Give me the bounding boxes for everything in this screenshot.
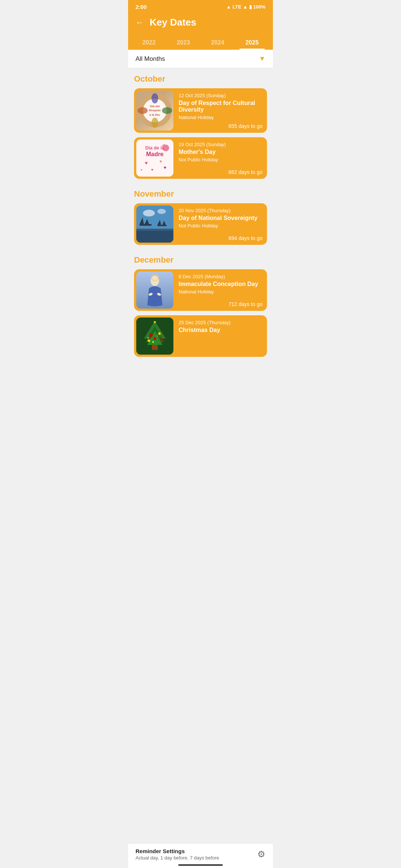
svg-point-44 bbox=[148, 339, 150, 342]
holiday-card[interactable]: 8 Dec 2025 (Monday) Immaculate Conceptio… bbox=[134, 269, 267, 311]
svg-point-8 bbox=[151, 118, 158, 128]
svg-text:★: ★ bbox=[153, 320, 157, 324]
page-title: Key Dates bbox=[150, 17, 196, 28]
card-name: Day of Respect for Cultural Diversity bbox=[179, 100, 263, 113]
card-date: 19 Oct 2025 (Sunday) bbox=[179, 142, 263, 147]
time: 2:00 bbox=[136, 4, 147, 10]
svg-text:Respeto: Respeto bbox=[149, 109, 160, 112]
card-date: 12 Oct 2025 (Sunday) bbox=[179, 93, 263, 98]
month-title-december: December bbox=[134, 255, 267, 265]
back-button[interactable]: ← bbox=[136, 18, 144, 27]
holiday-card[interactable]: Día de la Madre ♥ ♥ ♥ ♥ ♥ 19 Oct 2025 (S… bbox=[134, 137, 267, 179]
card-name: Immaculate Conception Day bbox=[179, 281, 263, 287]
status-icons: ▲ LTE ▲ ▮ 100% bbox=[226, 4, 265, 10]
card-days: 712 days to go bbox=[179, 301, 263, 307]
holiday-card[interactable]: ★ 25 Dec 2025 (Thursday) Christmas Day bbox=[134, 315, 267, 357]
holiday-card[interactable]: 20 Nov 2025 (Thursday) Day of National S… bbox=[134, 203, 267, 245]
card-name: Day of National Sovereignty bbox=[179, 215, 263, 221]
tab-2024[interactable]: 2024 bbox=[205, 36, 230, 50]
card-content: 25 Dec 2025 (Thursday) Christmas Day bbox=[176, 315, 267, 357]
svg-text:Día de la: Día de la bbox=[145, 145, 164, 151]
tab-2025[interactable]: 2025 bbox=[239, 36, 265, 50]
svg-point-49 bbox=[152, 341, 154, 343]
svg-rect-25 bbox=[157, 225, 167, 226]
month-title-october: October bbox=[134, 74, 267, 84]
tab-2023[interactable]: 2023 bbox=[171, 36, 196, 50]
holiday-card[interactable]: Día del Respeto a la Div. 12 Oct 2025 (S… bbox=[134, 88, 267, 133]
svg-point-41 bbox=[149, 333, 153, 337]
svg-text:♥: ♥ bbox=[140, 168, 142, 172]
card-content: 12 Oct 2025 (Sunday) Day of Respect for … bbox=[176, 88, 267, 133]
month-title-november: November bbox=[134, 189, 267, 199]
svg-point-6 bbox=[162, 107, 172, 114]
card-type: Not Public Holiday bbox=[179, 223, 263, 228]
filter-dropdown-icon: ▼ bbox=[259, 55, 265, 63]
card-content: 19 Oct 2025 (Sunday) Mother's Day Not Pu… bbox=[176, 137, 267, 179]
card-date: 8 Dec 2025 (Monday) bbox=[179, 274, 263, 279]
holiday-image-cultural-diversity: Día del Respeto a la Div. bbox=[136, 91, 173, 131]
wifi-icon: ▲ bbox=[226, 4, 231, 10]
filter-bar[interactable]: All Months ▼ bbox=[128, 50, 273, 68]
card-days: 655 days to go bbox=[179, 123, 263, 129]
svg-text:♥: ♥ bbox=[164, 165, 166, 170]
battery-icon: ▮ bbox=[249, 4, 252, 10]
svg-point-7 bbox=[151, 93, 158, 103]
svg-text:♥: ♥ bbox=[145, 160, 148, 166]
card-name: Mother's Day bbox=[179, 149, 263, 155]
month-november: November bbox=[128, 183, 273, 245]
svg-text:♥: ♥ bbox=[160, 159, 162, 164]
holiday-image-immaculate bbox=[136, 272, 173, 309]
svg-rect-21 bbox=[136, 231, 173, 243]
svg-point-29 bbox=[157, 209, 166, 214]
card-content: 8 Dec 2025 (Monday) Immaculate Conceptio… bbox=[176, 269, 267, 311]
svg-point-45 bbox=[160, 338, 163, 341]
svg-point-43 bbox=[154, 337, 156, 340]
card-date: 20 Nov 2025 (Thursday) bbox=[179, 208, 263, 213]
month-december: December bbox=[128, 249, 273, 357]
svg-rect-40 bbox=[152, 345, 158, 350]
filter-label: All Months bbox=[136, 55, 165, 63]
svg-point-47 bbox=[147, 337, 149, 339]
card-type: National Holiday bbox=[179, 115, 263, 120]
card-type: Not Public Holiday bbox=[179, 157, 263, 162]
svg-point-48 bbox=[157, 335, 159, 337]
signal-icon: ▲ bbox=[243, 4, 248, 10]
card-content: 20 Nov 2025 (Thursday) Day of National S… bbox=[176, 203, 267, 245]
svg-text:Madre: Madre bbox=[146, 151, 164, 157]
year-tabs: 2022 2023 2024 2025 bbox=[128, 36, 273, 50]
month-october: October Día del Respeto a la Div. 1 bbox=[128, 68, 273, 179]
status-bar: 2:00 ▲ LTE ▲ ▮ 100% bbox=[128, 0, 273, 12]
card-days: 694 days to go bbox=[179, 235, 263, 241]
svg-text:♥: ♥ bbox=[151, 168, 153, 172]
battery-label: 100% bbox=[253, 4, 265, 10]
holiday-image-sovereignty bbox=[136, 206, 173, 243]
card-type: National Holiday bbox=[179, 289, 263, 295]
card-days: 662 days to go bbox=[179, 169, 263, 175]
svg-text:Día del: Día del bbox=[150, 105, 160, 108]
svg-rect-22 bbox=[140, 224, 151, 226]
svg-point-28 bbox=[143, 210, 155, 216]
svg-point-5 bbox=[137, 107, 147, 114]
card-date: 25 Dec 2025 (Thursday) bbox=[179, 320, 263, 325]
holiday-image-christmas: ★ bbox=[136, 318, 173, 355]
svg-point-18 bbox=[162, 144, 166, 148]
header: ← Key Dates bbox=[128, 12, 273, 36]
holiday-image-mothers-day: Día de la Madre ♥ ♥ ♥ ♥ ♥ bbox=[136, 139, 173, 177]
tab-2022[interactable]: 2022 bbox=[136, 36, 162, 50]
card-name: Christmas Day bbox=[179, 327, 263, 333]
lte-label: LTE bbox=[232, 4, 241, 10]
svg-text:a la Div.: a la Div. bbox=[149, 113, 160, 116]
content-area: October Día del Respeto a la Div. 1 bbox=[128, 68, 273, 387]
svg-point-42 bbox=[158, 332, 161, 335]
